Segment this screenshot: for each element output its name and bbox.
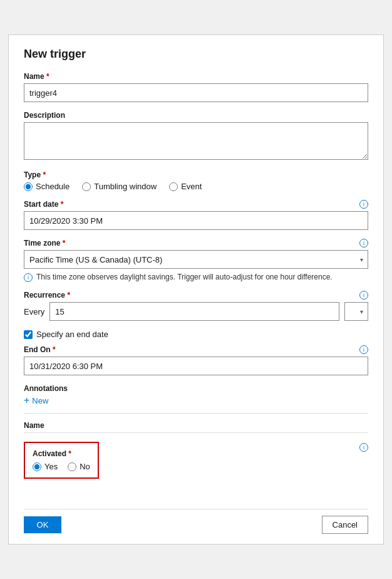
- start-date-field-group: Start date * i: [24, 200, 368, 230]
- type-event-radio[interactable]: [169, 182, 178, 191]
- type-label: Type *: [24, 170, 46, 179]
- type-schedule-radio[interactable]: [24, 182, 33, 191]
- activated-options-row: Yes No: [33, 462, 90, 471]
- timezone-select-wrapper: Pacific Time (US & Canada) (UTC-8) Easte…: [24, 250, 368, 269]
- description-label-row: Description: [24, 111, 368, 120]
- type-schedule-option[interactable]: Schedule: [24, 182, 70, 191]
- start-date-label: Start date *: [24, 200, 63, 209]
- type-options-row: Schedule Tumbling window Event: [24, 182, 368, 191]
- activated-label-inner-row: Activated *: [33, 449, 90, 458]
- timezone-notice-text: This time zone observes daylight savings…: [36, 273, 333, 281]
- type-field-group: Type * Schedule Tumbling window Event: [24, 170, 368, 191]
- cancel-button[interactable]: Cancel: [322, 516, 368, 534]
- end-on-info-icon[interactable]: i: [359, 345, 368, 354]
- start-date-label-row: Start date * i: [24, 200, 368, 209]
- type-event-option[interactable]: Event: [169, 182, 202, 191]
- type-tumbling-radio[interactable]: [82, 182, 91, 191]
- description-field-group: Description: [24, 111, 368, 162]
- activated-no-radio[interactable]: [68, 462, 76, 471]
- activated-label: Activated *: [33, 449, 71, 458]
- plus-icon: +: [24, 395, 29, 405]
- timezone-label: Time zone *: [24, 239, 65, 248]
- name-field-group: Name *: [24, 72, 368, 102]
- end-date-checkbox-row: Specify an end date: [24, 330, 368, 339]
- recurrence-row: Every Minute(s) Hour(s) Day(s) Week(s) M…: [24, 302, 368, 321]
- type-tumbling-label: Tumbling window: [94, 182, 157, 191]
- timezone-field-group: Time zone * i Pacific Time (US & Canada)…: [24, 239, 368, 282]
- activated-no-label: No: [80, 462, 90, 471]
- add-annotation-button[interactable]: + New: [24, 393, 48, 408]
- timezone-notice: i This time zone observes daylight savin…: [24, 273, 368, 282]
- recurrence-field-group: Recurrence * i Every Minute(s) Hour(s) D…: [24, 291, 368, 321]
- type-event-label: Event: [181, 182, 202, 191]
- recurrence-unit-select[interactable]: Minute(s) Hour(s) Day(s) Week(s) Month(s…: [344, 302, 368, 321]
- annotations-divider: [24, 413, 368, 414]
- start-date-info-icon[interactable]: i: [359, 200, 368, 209]
- timezone-select[interactable]: Pacific Time (US & Canada) (UTC-8) Easte…: [24, 250, 368, 269]
- add-annotation-label: New: [32, 396, 48, 405]
- end-date-checkbox[interactable]: [24, 330, 33, 339]
- description-label: Description: [24, 111, 65, 120]
- timezone-info-icon[interactable]: i: [359, 239, 368, 248]
- recurrence-value-input[interactable]: [49, 302, 339, 321]
- dialog-footer: OK Cancel: [24, 509, 368, 534]
- dialog-title: New trigger: [24, 48, 368, 61]
- end-on-field-group: End On * i: [24, 345, 368, 375]
- ok-button[interactable]: OK: [24, 516, 61, 533]
- name-label: Name *: [24, 72, 49, 81]
- activated-yes-radio[interactable]: [33, 462, 41, 471]
- type-label-row: Type *: [24, 170, 368, 179]
- new-trigger-dialog: New trigger Name * Description Type * Sc…: [8, 34, 384, 545]
- end-on-label: End On *: [24, 345, 56, 354]
- type-schedule-label: Schedule: [36, 182, 70, 191]
- timezone-notice-icon: i: [24, 273, 33, 282]
- end-date-checkbox-label[interactable]: Specify an end date: [36, 330, 108, 339]
- start-date-input[interactable]: [24, 211, 368, 230]
- annotations-section: Annotations + New Name: [24, 384, 368, 433]
- recurrence-unit-wrapper: Minute(s) Hour(s) Day(s) Week(s) Month(s…: [344, 302, 368, 321]
- activated-yes-label: Yes: [44, 462, 58, 471]
- description-input[interactable]: [24, 122, 368, 160]
- end-on-label-row: End On * i: [24, 345, 368, 354]
- every-label: Every: [24, 307, 44, 316]
- annotations-table-header: Name: [24, 419, 368, 433]
- timezone-label-row: Time zone * i: [24, 239, 368, 248]
- activated-section: Activated * Yes No: [24, 442, 99, 479]
- activated-info-icon[interactable]: i: [359, 443, 368, 452]
- type-tumbling-option[interactable]: Tumbling window: [82, 182, 157, 191]
- name-input[interactable]: [24, 83, 368, 102]
- activated-yes-option[interactable]: Yes: [33, 462, 58, 471]
- activated-field-group: Activated * Yes No i: [24, 442, 368, 484]
- activated-label-row: Activated * Yes No i: [24, 442, 368, 484]
- name-label-row: Name *: [24, 72, 368, 81]
- activated-no-option[interactable]: No: [68, 462, 90, 471]
- end-on-input[interactable]: [24, 357, 368, 375]
- recurrence-label-row: Recurrence * i: [24, 291, 368, 300]
- recurrence-label: Recurrence *: [24, 291, 70, 300]
- recurrence-info-icon[interactable]: i: [359, 291, 368, 300]
- annotations-label: Annotations: [24, 384, 368, 393]
